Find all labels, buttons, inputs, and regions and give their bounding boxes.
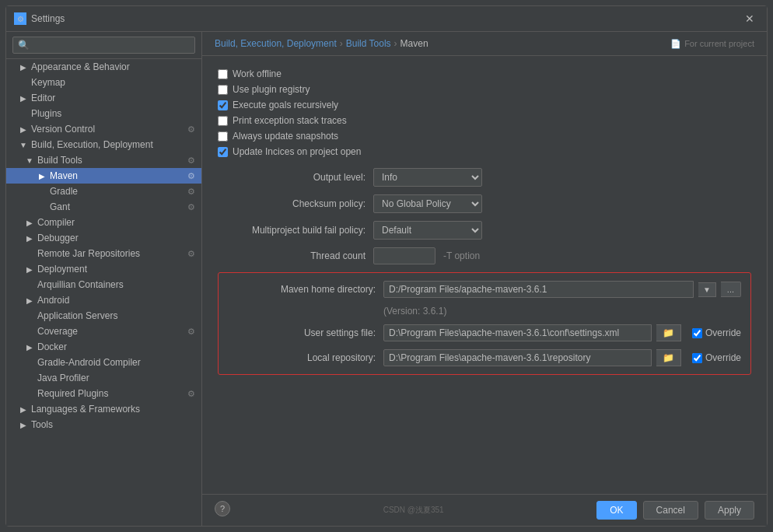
thread-count-row: Thread count -T option: [218, 247, 751, 264]
settings-icon: ⚙: [187, 124, 195, 135]
update-indices-row: Update Incices on project open: [218, 146, 751, 157]
sidebar-item-gradle[interactable]: Gradle ⚙: [6, 184, 201, 199]
sidebar-item-tools[interactable]: ▶ Tools: [6, 417, 201, 432]
sidebar-item-required-plugins[interactable]: Required Plugins ⚙: [6, 386, 201, 401]
thread-count-label: Thread count: [218, 250, 373, 261]
breadcrumb: Build, Execution, Deployment › Build Too…: [202, 32, 767, 56]
sidebar-label: Plugins: [31, 108, 61, 119]
settings-icon: ⚙: [187, 327, 195, 337]
output-level-select[interactable]: Info Debug Warning Error: [373, 168, 482, 187]
settings-icon: ⚙: [187, 249, 195, 259]
search-area: [6, 32, 201, 59]
breadcrumb-link-2[interactable]: Build Tools: [346, 38, 391, 49]
sidebar-label: Keymap: [31, 77, 65, 88]
settings-icon: ⚙: [187, 389, 195, 399]
user-settings-input[interactable]: [383, 324, 652, 341]
sidebar-label: Build, Execution, Deployment: [31, 139, 153, 150]
sidebar-item-plugins[interactable]: Plugins: [6, 106, 201, 121]
plugin-registry-checkbox[interactable]: [218, 85, 228, 95]
sidebar-item-compiler[interactable]: ▶ Compiler: [6, 215, 201, 230]
app-icon: ⚙: [14, 12, 26, 25]
always-update-row: Always update snapshots: [218, 131, 751, 142]
user-settings-override: Override: [692, 327, 741, 338]
local-repo-override-checkbox[interactable]: [692, 353, 702, 363]
cancel-button[interactable]: Cancel: [643, 501, 698, 520]
t-option-label: -T option: [443, 250, 480, 261]
sidebar-item-remote-jar[interactable]: Remote Jar Repositories ⚙: [6, 246, 201, 261]
ok-button[interactable]: OK: [596, 501, 636, 520]
main-content: Build, Execution, Deployment › Build Too…: [202, 32, 767, 526]
sidebar-item-build-exec[interactable]: ▼ Build, Execution, Deployment: [6, 137, 201, 152]
maven-home-label: Maven home directory:: [228, 284, 383, 295]
checksum-policy-label: Checksum policy:: [218, 198, 373, 209]
sidebar-label: Gradle: [50, 186, 78, 197]
maven-home-control: ▼ ...: [383, 281, 741, 298]
expand-arrow: ▶: [19, 421, 28, 429]
output-level-label: Output level:: [218, 172, 373, 183]
print-exception-checkbox[interactable]: [218, 116, 228, 126]
user-settings-override-checkbox[interactable]: [692, 328, 702, 338]
sidebar-label: Editor: [31, 93, 55, 103]
sidebar-label: Gant: [50, 201, 70, 212]
execute-goals-checkbox[interactable]: [218, 100, 228, 110]
help-button[interactable]: ?: [215, 501, 230, 516]
thread-count-control: -T option: [373, 247, 751, 264]
sidebar-item-app-servers[interactable]: Application Servers: [6, 308, 201, 324]
expand-arrow: ▶: [19, 405, 28, 414]
local-repo-input[interactable]: [383, 349, 652, 366]
checksum-policy-select[interactable]: No Global Policy Fail Warn Ignore: [373, 194, 482, 213]
maven-version-text: (Version: 3.6.1): [228, 306, 741, 317]
multiproject-policy-select[interactable]: Default Fail at end Never fail: [373, 221, 482, 240]
update-indices-checkbox[interactable]: [218, 147, 228, 157]
sidebar-item-version-control[interactable]: ▶ Version Control ⚙: [6, 121, 201, 137]
local-repo-row: Local repository: 📁 Override: [228, 349, 741, 366]
sidebar-item-keymap[interactable]: Keymap: [6, 75, 201, 90]
project-icon: 📄: [670, 39, 681, 49]
sidebar-item-docker[interactable]: ▶ Docker: [6, 339, 201, 355]
sidebar-item-android[interactable]: ▶ Android: [6, 292, 201, 308]
main-layout: ▶ Appearance & Behavior Keymap ▶ Editor …: [6, 32, 767, 526]
sidebar-label: Appearance & Behavior: [31, 61, 130, 72]
window-title: Settings: [31, 13, 740, 24]
local-repo-browse-button[interactable]: 📁: [656, 349, 681, 366]
local-repo-override: Override: [692, 352, 741, 363]
always-update-checkbox[interactable]: [218, 131, 228, 142]
search-input[interactable]: [12, 37, 195, 54]
sidebar-item-appearance[interactable]: ▶ Appearance & Behavior: [6, 59, 201, 75]
maven-section: Maven home directory: ▼ ... (Version: 3.…: [218, 272, 751, 375]
user-settings-browse-button[interactable]: 📁: [656, 324, 681, 341]
for-project-label: For current project: [684, 39, 754, 48]
close-button[interactable]: ✕: [740, 11, 759, 26]
work-offline-checkbox[interactable]: [218, 69, 228, 79]
plugin-registry-row: Use plugin registry: [218, 84, 751, 95]
settings-icon: ⚙: [187, 156, 195, 166]
form-area: Work offline Use plugin registry Execute…: [202, 56, 767, 494]
sidebar-item-java-profiler[interactable]: Java Profiler: [6, 370, 201, 386]
sidebar-label: Java Profiler: [37, 373, 89, 383]
thread-count-input[interactable]: [373, 247, 435, 264]
sidebar-item-debugger[interactable]: ▶ Debugger: [6, 230, 201, 246]
breadcrumb-link-1[interactable]: Build, Execution, Deployment: [215, 38, 337, 49]
work-offline-label: Work offline: [233, 68, 282, 79]
execute-goals-row: Execute goals recursively: [218, 100, 751, 110]
sidebar-item-deployment[interactable]: ▶ Deployment: [6, 261, 201, 277]
sidebar-item-maven[interactable]: ▶ Maven ⚙: [6, 168, 201, 184]
sidebar-item-languages[interactable]: ▶ Languages & Frameworks: [6, 401, 201, 417]
sidebar-item-arquillian[interactable]: Arquillian Containers: [6, 277, 201, 292]
sidebar-label: Maven: [50, 170, 78, 181]
maven-home-browse-button[interactable]: ...: [721, 282, 741, 297]
apply-button[interactable]: Apply: [705, 501, 754, 520]
output-level-row: Output level: Info Debug Warning Error: [218, 168, 751, 187]
sidebar-item-gant[interactable]: Gant ⚙: [6, 199, 201, 215]
for-current-project: 📄 For current project: [670, 39, 754, 49]
sidebar-item-gradle-android[interactable]: Gradle-Android Compiler: [6, 355, 201, 370]
sidebar-item-build-tools[interactable]: ▼ Build Tools ⚙: [6, 152, 201, 168]
print-exception-row: Print exception stack traces: [218, 115, 751, 126]
maven-home-input[interactable]: [383, 281, 694, 298]
multiproject-policy-row: Multiproject build fail policy: Default …: [218, 221, 751, 240]
sidebar-item-coverage[interactable]: Coverage ⚙: [6, 324, 201, 339]
sidebar-label: Compiler: [37, 217, 75, 228]
sidebar-item-editor[interactable]: ▶ Editor: [6, 90, 201, 106]
user-settings-row: User settings file: 📁 Override: [228, 324, 741, 341]
maven-home-dropdown-button[interactable]: ▼: [698, 282, 716, 297]
